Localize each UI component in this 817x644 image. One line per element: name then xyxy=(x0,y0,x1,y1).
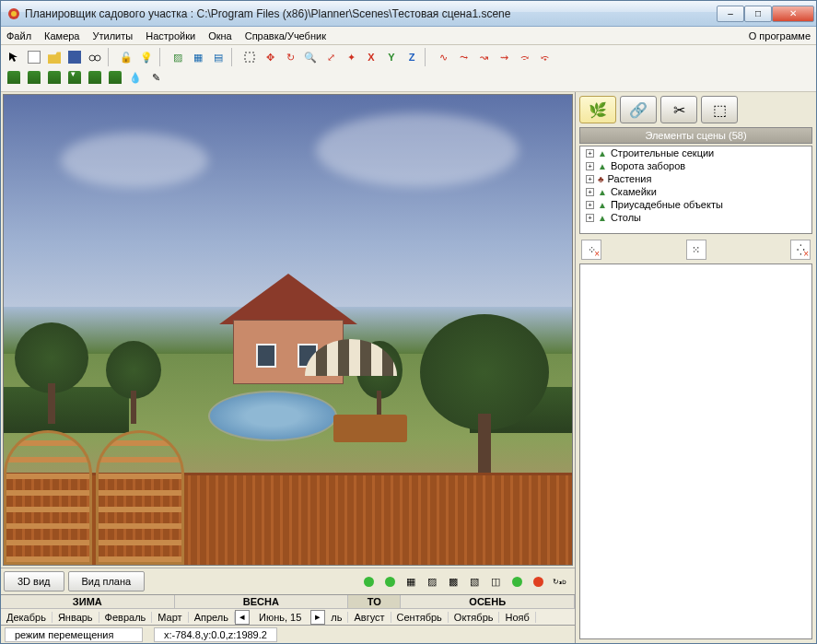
axes-icon[interactable]: ✦ xyxy=(342,48,360,66)
path-tool-6-icon[interactable]: ⤽ xyxy=(535,48,554,66)
save-file-icon[interactable] xyxy=(65,48,84,66)
tree-item: +♣Растения xyxy=(580,172,811,185)
month-prev-button[interactable]: ◂ xyxy=(235,610,250,625)
grid-icon[interactable]: ▦ xyxy=(189,48,207,66)
tree-item: +▲Приусадебные объекты xyxy=(580,198,811,211)
season-autumn[interactable]: ОСЕНЬ xyxy=(401,595,575,608)
terrain-2-icon[interactable] xyxy=(25,68,43,87)
svg-point-3 xyxy=(95,55,100,61)
status-red-icon[interactable] xyxy=(529,572,547,591)
mini-tool-2-icon[interactable]: ▨ xyxy=(423,572,441,591)
axis-y-button[interactable]: Y xyxy=(382,48,401,66)
menu-camera[interactable]: Камера xyxy=(44,30,79,41)
open-file-icon[interactable] xyxy=(45,48,64,66)
water-drop-icon[interactable]: 💧 xyxy=(126,68,145,87)
month-jul[interactable]: ль xyxy=(325,612,348,623)
select-tool-icon[interactable] xyxy=(5,48,23,66)
statusbar: режим перемещения x:-784.8,y:0.0,z:1989.… xyxy=(1,625,575,643)
path-tool-1-icon[interactable]: ∿ xyxy=(434,48,452,66)
folder-icon: ▲ xyxy=(598,200,607,210)
view-3d-button[interactable]: 3D вид xyxy=(4,571,64,591)
month-oct[interactable]: Октябрь xyxy=(449,612,500,623)
3d-viewport[interactable] xyxy=(3,94,573,566)
month-sep[interactable]: Сентябрь xyxy=(391,612,449,623)
maximize-button[interactable]: □ xyxy=(744,6,772,22)
expand-icon[interactable]: + xyxy=(586,188,594,196)
status-green-1-icon[interactable] xyxy=(359,572,378,591)
mini-tool-3-icon[interactable]: ▩ xyxy=(444,572,462,591)
season-summer[interactable]: ТО xyxy=(348,595,401,608)
menu-utils[interactable]: Утилиты xyxy=(93,30,134,41)
scene-tree[interactable]: +▲Строительные секции +▲Ворота заборов +… xyxy=(579,146,812,234)
unlock-icon[interactable]: 🔓 xyxy=(117,48,135,66)
expand-icon[interactable]: + xyxy=(586,214,594,222)
month-nov[interactable]: Нояб xyxy=(499,612,535,623)
path-tool-4-icon[interactable]: ⇝ xyxy=(495,48,513,66)
month-aug[interactable]: Август xyxy=(348,612,391,623)
terrain-3-icon[interactable] xyxy=(45,68,64,87)
mini-tool-4-icon[interactable]: ▧ xyxy=(465,572,484,591)
terrain-4-icon[interactable]: ▾ xyxy=(65,68,84,87)
binoculars-icon[interactable] xyxy=(86,48,104,66)
menu-help[interactable]: Справка/Учебник xyxy=(245,30,326,41)
zoom-icon[interactable]: 🔍 xyxy=(301,48,320,66)
move-icon[interactable]: ✥ xyxy=(261,48,279,66)
status-mode: режим перемещения xyxy=(5,627,143,642)
mini-3d-icon[interactable]: ↻₃ᴅ xyxy=(550,572,568,591)
minimize-button[interactable]: – xyxy=(717,6,744,22)
month-dec[interactable]: Декабрь xyxy=(1,612,53,623)
action-1-button[interactable]: ⁘× xyxy=(581,240,601,260)
layers-icon[interactable]: ▤ xyxy=(209,48,228,66)
axis-x-button[interactable]: X xyxy=(362,48,380,66)
close-button[interactable]: ✕ xyxy=(772,6,814,22)
expand-icon[interactable]: + xyxy=(586,175,594,183)
folder-icon: ▲ xyxy=(598,213,607,223)
action-2-button[interactable]: ⁙ xyxy=(686,240,706,260)
bulb-icon[interactable]: 💡 xyxy=(137,48,156,66)
scene-elements-header: Элементы сцены (58) xyxy=(579,127,812,144)
month-feb[interactable]: Февраль xyxy=(99,612,153,623)
app-window: Планировщик садового участка : C:\Progra… xyxy=(0,0,817,644)
tab-link-icon[interactable]: 🔗 xyxy=(620,96,657,123)
path-tool-3-icon[interactable]: ↝ xyxy=(474,48,493,66)
terrain-1-icon[interactable] xyxy=(5,68,23,87)
tree-item: +▲Столы xyxy=(580,211,811,224)
expand-icon[interactable]: + xyxy=(586,149,594,158)
box-select-icon[interactable] xyxy=(240,48,259,66)
status-green-2-icon[interactable] xyxy=(380,572,399,591)
menu-settings[interactable]: Настройки xyxy=(146,30,195,41)
view-plan-button[interactable]: Вид плана xyxy=(68,571,146,591)
rotate-icon[interactable]: ↻ xyxy=(281,48,299,66)
eyedropper-icon[interactable]: ✎ xyxy=(146,68,165,87)
terrain-6-icon[interactable] xyxy=(106,68,124,87)
scale-icon[interactable]: ⤢ xyxy=(321,48,340,66)
new-file-icon[interactable] xyxy=(25,48,43,66)
mini-tool-1-icon[interactable]: ▦ xyxy=(402,572,420,591)
month-mar[interactable]: Март xyxy=(152,612,188,623)
folder-icon: ▲ xyxy=(598,187,607,197)
tab-scissors-icon[interactable]: ✂ xyxy=(660,96,697,123)
status-green-3-icon[interactable] xyxy=(508,572,526,591)
image-icon[interactable]: ▨ xyxy=(169,48,187,66)
expand-icon[interactable]: + xyxy=(586,162,594,170)
action-3-button[interactable]: ⁛× xyxy=(790,240,811,260)
path-tool-2-icon[interactable]: ⤳ xyxy=(454,48,473,66)
month-next-button[interactable]: ▸ xyxy=(310,610,325,625)
axis-z-button[interactable]: Z xyxy=(403,48,421,66)
expand-icon[interactable]: + xyxy=(586,201,594,209)
month-apr[interactable]: Апрель xyxy=(189,612,235,623)
menu-about[interactable]: О программе xyxy=(749,30,811,41)
month-jan[interactable]: Январь xyxy=(53,612,99,623)
terrain-5-icon[interactable] xyxy=(86,68,104,87)
app-icon xyxy=(6,6,21,21)
menubar: Файл Камера Утилиты Настройки Окна Справ… xyxy=(1,27,816,45)
path-tool-5-icon[interactable]: ⤼ xyxy=(515,48,533,66)
menu-file[interactable]: Файл xyxy=(6,30,31,41)
season-spring[interactable]: ВЕСНА xyxy=(175,595,349,608)
tab-cube-icon[interactable]: ⬚ xyxy=(701,96,738,123)
season-winter[interactable]: ЗИМА xyxy=(1,595,175,608)
tab-objects-icon[interactable]: 🌿 xyxy=(579,96,616,123)
menu-windows[interactable]: Окна xyxy=(208,30,232,41)
tree-item: +▲Скамейки xyxy=(580,185,811,198)
mini-tool-5-icon[interactable]: ◫ xyxy=(486,572,505,591)
